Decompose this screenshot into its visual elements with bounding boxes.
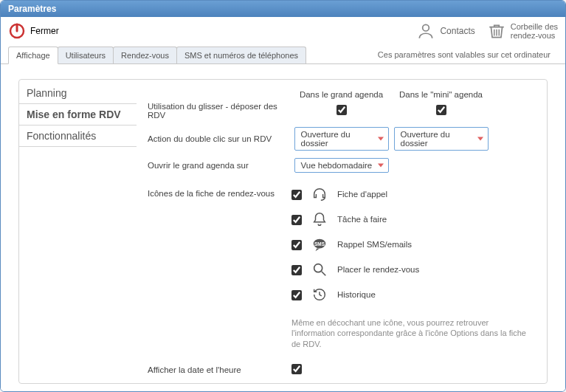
dd-ouvrir-agenda[interactable]: Vue hebdomadaire xyxy=(294,158,389,173)
check-tache[interactable] xyxy=(291,215,302,225)
dd-doubleclic-grand[interactable]: Ouverture du dossier xyxy=(294,127,389,151)
row-glisser-deposer: Utilisation du glisser - déposer des RDV xyxy=(148,102,534,120)
icon-row-tache: Tâche à faire xyxy=(291,211,528,227)
inner-panel: Planning Mise en forme RDV Fonctionnalit… xyxy=(18,79,548,384)
svg-point-2 xyxy=(423,24,429,31)
search-icon xyxy=(311,261,328,278)
close-button[interactable]: Fermer xyxy=(8,22,59,40)
icon-label-historique: Historique xyxy=(337,290,376,299)
header-mini-agenda: Dans le "mini" agenda xyxy=(391,90,491,99)
contacts-button[interactable]: Contacts xyxy=(416,21,474,41)
contacts-label: Contacts xyxy=(440,26,474,36)
tab-utilisateurs[interactable]: Utilisateurs xyxy=(58,47,114,63)
trash-label-1: Corbeille des xyxy=(511,22,558,31)
check-date-heure[interactable] xyxy=(291,364,302,374)
sidebar-item-fonctionnalites[interactable]: Fonctionnalités xyxy=(19,125,137,147)
toolbar: Fermer Contacts Corbeille des xyxy=(1,17,565,42)
icon-label-fiche-appel: Fiche d'appel xyxy=(337,190,387,199)
power-icon xyxy=(8,22,26,40)
label-glisser: Utilisation du glisser - déposer des RDV xyxy=(148,102,291,120)
trash-button[interactable]: Corbeille des rendez-vous xyxy=(487,21,558,41)
row-icons: Icônes de la fiche de rendez-vous Fiche … xyxy=(148,186,534,349)
history-icon xyxy=(311,286,328,303)
close-label: Fermer xyxy=(30,26,59,36)
tabs-caption: Ces paramètres sont valables sur cet ord… xyxy=(378,50,551,59)
icon-label-tache: Tâche à faire xyxy=(337,215,387,224)
check-glisser-grand[interactable] xyxy=(337,105,347,115)
icon-label-rappel: Rappel SMS/emails xyxy=(337,240,412,249)
titlebar: Paramètres xyxy=(1,1,565,17)
icon-row-fiche-appel: Fiche d'appel xyxy=(291,186,528,202)
label-icons: Icônes de la fiche de rendez-vous xyxy=(148,186,291,198)
check-placer[interactable] xyxy=(291,265,302,275)
window-title: Paramètres xyxy=(8,4,56,14)
svg-line-9 xyxy=(322,272,326,276)
tab-sms[interactable]: SMS et numéros de téléphones xyxy=(176,47,306,63)
row-ouvrir-agenda: Ouvrir le grand agenda sur Vue hebdomada… xyxy=(148,158,534,173)
sidebar-item-planning[interactable]: Planning xyxy=(19,83,137,104)
label-double-clic: Action du double clic sur un RDV xyxy=(148,134,291,143)
icons-hint: Même en décochant une icône, vous pourre… xyxy=(291,317,528,349)
sidebar-item-mise-en-forme[interactable]: Mise en forme RDV xyxy=(19,104,137,125)
label-date-heure: Afficher la date et l'heure xyxy=(148,365,291,374)
check-rappel-sms[interactable] xyxy=(291,240,302,250)
label-ouvrir: Ouvrir le grand agenda sur xyxy=(148,161,291,170)
contact-icon xyxy=(416,21,435,41)
row-date-heure: Afficher la date et l'heure xyxy=(148,364,534,376)
icon-row-rappel-sms: SMS Rappel SMS/emails xyxy=(291,236,528,252)
sms-icon: SMS xyxy=(311,236,328,252)
icon-row-historique: Historique xyxy=(291,286,528,303)
tab-affichage[interactable]: Affichage xyxy=(8,47,58,64)
row-double-clic: Action du double clic sur un RDV Ouvertu… xyxy=(148,127,534,151)
sidebar: Planning Mise en forme RDV Fonctionnalit… xyxy=(19,80,137,383)
tab-rendezvous[interactable]: Rendez-vous xyxy=(113,47,177,63)
icon-label-placer: Placer le rendez-vous xyxy=(337,265,419,274)
bell-icon xyxy=(311,211,328,227)
dd-doubleclic-mini[interactable]: Ouverture du dossier xyxy=(394,127,489,151)
check-fiche-appel[interactable] xyxy=(291,190,302,200)
settings-window: Paramètres Fermer Contacts xyxy=(0,0,566,392)
trash-label-2: rendez-vous xyxy=(511,31,558,40)
content: Planning Mise en forme RDV Fonctionnalit… xyxy=(1,64,565,391)
column-headers: Dans le grand agenda Dans le "mini" agen… xyxy=(291,90,534,99)
check-historique[interactable] xyxy=(291,290,302,300)
check-glisser-mini[interactable] xyxy=(436,105,446,115)
svg-point-8 xyxy=(314,264,322,272)
icon-row-placer: Placer le rendez-vous xyxy=(291,261,528,278)
main-panel: Dans le grand agenda Dans le "mini" agen… xyxy=(137,80,547,383)
headset-icon xyxy=(311,186,328,202)
tabs: Affichage Utilisateurs Rendez-vous SMS e… xyxy=(1,42,565,64)
header-grand-agenda: Dans le grand agenda xyxy=(291,90,391,99)
trash-icon xyxy=(487,21,506,41)
svg-text:SMS: SMS xyxy=(314,241,325,247)
